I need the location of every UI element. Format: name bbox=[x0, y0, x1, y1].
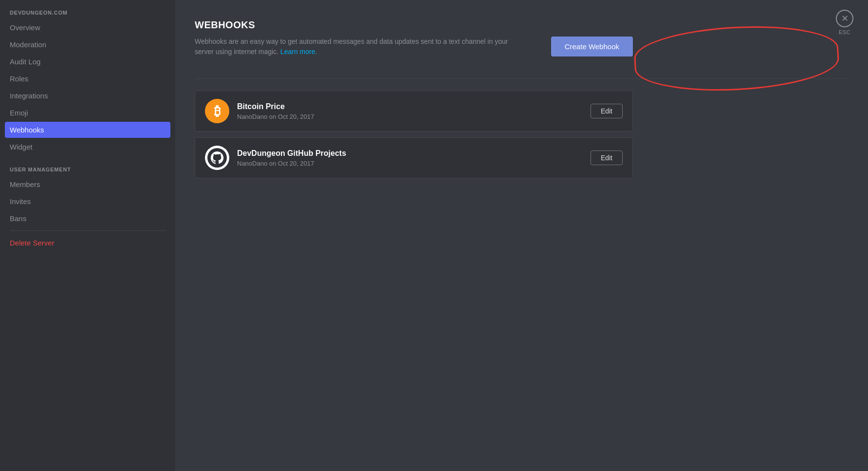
sidebar-item-invites[interactable]: Invites bbox=[5, 193, 170, 209]
header-text: Webhooks are an easy way to get automate… bbox=[195, 37, 532, 69]
user-management-label: USER MANAGEMENT bbox=[5, 159, 170, 176]
sidebar-item-members[interactable]: Members bbox=[5, 176, 170, 192]
webhook-meta-bitcoin: NanoDano on Oct 20, 2017 bbox=[237, 113, 591, 120]
webhook-name-bitcoin: Bitcoin Price bbox=[237, 102, 591, 111]
sidebar-item-integrations[interactable]: Integrations bbox=[5, 88, 170, 104]
sidebar-item-widget[interactable]: Widget bbox=[5, 139, 170, 155]
webhook-card-github: DevDungeon GitHub Projects NanoDano on O… bbox=[195, 137, 633, 178]
sidebar-item-webhooks[interactable]: Webhooks bbox=[5, 122, 170, 138]
sidebar-item-roles[interactable]: Roles bbox=[5, 71, 170, 87]
svg-text:₿: ₿ bbox=[214, 104, 221, 118]
webhook-card-bitcoin: ₿ Bitcoin Price NanoDano on Oct 20, 2017… bbox=[195, 91, 633, 132]
sidebar-item-emoji[interactable]: Emoji bbox=[5, 105, 170, 121]
close-button[interactable]: ✕ bbox=[836, 10, 853, 27]
webhook-avatar-github bbox=[205, 146, 229, 170]
sidebar-item-audit-log[interactable]: Audit Log bbox=[5, 54, 170, 70]
sidebar-item-bans[interactable]: Bans bbox=[5, 210, 170, 226]
sidebar: DEVDUNGEON.COM Overview Moderation Audit… bbox=[0, 0, 175, 471]
sidebar-item-moderation[interactable]: Moderation bbox=[5, 37, 170, 53]
red-circle-annotation bbox=[633, 21, 840, 95]
edit-button-bitcoin[interactable]: Edit bbox=[591, 104, 623, 118]
webhook-info-github: DevDungeon GitHub Projects NanoDano on O… bbox=[237, 149, 591, 167]
webhook-name-github: DevDungeon GitHub Projects bbox=[237, 149, 591, 158]
sidebar-item-overview[interactable]: Overview bbox=[5, 19, 170, 36]
edit-button-github[interactable]: Edit bbox=[591, 151, 623, 165]
page-title: WEBHOOKS bbox=[195, 19, 849, 31]
create-webhook-button[interactable]: Create Webhook bbox=[551, 37, 633, 57]
section-divider bbox=[195, 78, 849, 79]
sidebar-item-delete-server[interactable]: Delete Server bbox=[5, 235, 170, 251]
sidebar-divider bbox=[10, 230, 166, 231]
learn-more-link[interactable]: Learn more. bbox=[280, 48, 317, 56]
main-content: WEBHOOKS Webhooks are an easy way to get… bbox=[175, 0, 868, 471]
close-area: ✕ ESC bbox=[836, 10, 853, 35]
github-icon bbox=[207, 148, 227, 168]
page-description: Webhooks are an easy way to get automate… bbox=[195, 37, 526, 57]
bitcoin-icon: ₿ bbox=[205, 99, 229, 123]
webhook-meta-github: NanoDano on Oct 20, 2017 bbox=[237, 160, 591, 167]
server-name: DEVDUNGEON.COM bbox=[5, 10, 170, 16]
esc-label: ESC bbox=[839, 29, 850, 35]
webhook-avatar-bitcoin: ₿ bbox=[205, 99, 229, 123]
webhook-info-bitcoin: Bitcoin Price NanoDano on Oct 20, 2017 bbox=[237, 102, 591, 120]
svg-point-2 bbox=[207, 148, 227, 168]
header-row: Webhooks are an easy way to get automate… bbox=[195, 37, 633, 69]
